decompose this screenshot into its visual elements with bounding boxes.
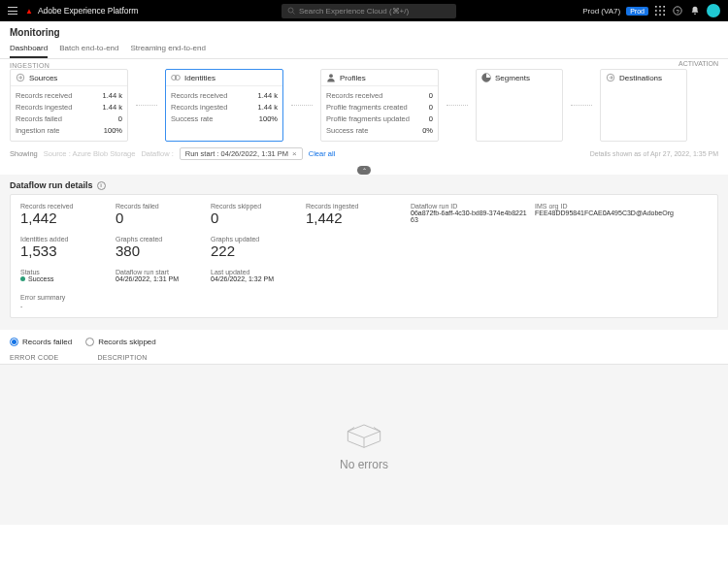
col-error-code: ERROR CODE bbox=[10, 354, 58, 361]
svg-rect-4 bbox=[663, 6, 665, 8]
page-title: Monitoring bbox=[10, 27, 718, 38]
env-label[interactable]: Prod (VA7) bbox=[582, 7, 620, 16]
svg-rect-10 bbox=[663, 14, 665, 16]
metric-value: 222 bbox=[211, 242, 298, 259]
filter-bar: Showing Source : Azure Blob Storage Data… bbox=[0, 142, 728, 166]
topbar: ▲ Adobe Experience Platform Search Exper… bbox=[0, 0, 728, 21]
help-icon[interactable]: ? bbox=[672, 5, 683, 16]
metric-label: Graphs updated bbox=[211, 236, 298, 242]
clear-all-link[interactable]: Clear all bbox=[309, 149, 336, 158]
stage-cards: Sources Records received1.44 k Records i… bbox=[0, 69, 728, 142]
empty-state: No errors bbox=[0, 365, 728, 525]
metric-value: 1,442 bbox=[306, 210, 403, 226]
metric-value: 1,533 bbox=[20, 242, 108, 259]
card-title: Identities bbox=[184, 74, 215, 82]
profile-icon bbox=[326, 73, 336, 82]
svg-rect-9 bbox=[659, 14, 661, 16]
details-panel: Records received1,442 Records failed0 Re… bbox=[10, 194, 718, 318]
info-icon[interactable]: i bbox=[97, 181, 106, 190]
metric-value: 04/26/2022, 1:31 PM bbox=[116, 275, 203, 282]
error-summary-value: - bbox=[20, 303, 708, 309]
search-icon bbox=[287, 7, 295, 15]
card-title: Profiles bbox=[340, 74, 366, 82]
connector bbox=[571, 69, 592, 142]
empty-box-icon bbox=[345, 419, 383, 450]
radio-dot-icon bbox=[10, 338, 18, 346]
metric-value: 1,442 bbox=[20, 210, 108, 226]
main-tabs: Dashboard Batch end-to-end Streaming end… bbox=[0, 40, 728, 59]
svg-point-13 bbox=[694, 14, 696, 16]
svg-rect-8 bbox=[655, 14, 657, 16]
crumb-source: Source : Azure Blob Storage bbox=[44, 149, 136, 158]
metric-value: 0 bbox=[211, 210, 298, 226]
metric-value: 06a872fb-6aff-4c30-bd89-374e4b822163 bbox=[411, 210, 527, 223]
card-title: Segments bbox=[495, 74, 530, 82]
tab-streaming[interactable]: Streaming end-to-end bbox=[131, 40, 206, 58]
apps-icon[interactable] bbox=[654, 5, 666, 16]
connector bbox=[291, 69, 313, 142]
connector bbox=[136, 69, 157, 142]
svg-rect-7 bbox=[663, 10, 665, 12]
page-header: Monitoring bbox=[0, 21, 728, 38]
metric-value: 0 bbox=[116, 210, 203, 226]
menu-toggle[interactable] bbox=[8, 7, 17, 15]
svg-point-0 bbox=[288, 8, 293, 13]
crumb-dataflow: Dataflow : bbox=[141, 149, 173, 158]
card-title: Destinations bbox=[619, 74, 662, 82]
identity-icon bbox=[171, 73, 181, 82]
card-identities[interactable]: Identities Records received1.44 k Record… bbox=[165, 69, 283, 142]
errors-table-head: ERROR CODE DESCRIPTION bbox=[0, 354, 728, 365]
bell-icon[interactable] bbox=[689, 5, 701, 16]
svg-rect-5 bbox=[655, 10, 657, 12]
env-badge: Prod bbox=[626, 7, 648, 16]
brand-title: Adobe Experience Platform bbox=[38, 6, 138, 16]
details-section: Dataflow run details i Records received1… bbox=[0, 175, 728, 330]
adobe-logo-icon: ▲ bbox=[25, 7, 33, 16]
arrow-in-icon bbox=[16, 73, 25, 82]
svg-rect-6 bbox=[659, 10, 661, 12]
scroll-up-indicator[interactable]: ⌃ bbox=[357, 166, 371, 175]
status-value: Success bbox=[20, 275, 108, 282]
connector bbox=[447, 69, 468, 142]
filter-chip-run-start[interactable]: Run start : 04/26/2022, 1:31 PM × bbox=[180, 147, 303, 160]
svg-text:?: ? bbox=[676, 9, 679, 15]
tab-dashboard[interactable]: Dashboard bbox=[10, 40, 48, 58]
section-activation: ACTIVATION bbox=[0, 60, 728, 67]
error-summary-label: Error summary bbox=[20, 294, 65, 301]
metric-value: 04/26/2022, 1:32 PM bbox=[211, 275, 298, 282]
search-input[interactable]: Search Experience Cloud (⌘+/) bbox=[281, 4, 456, 18]
card-destinations[interactable]: Destinations bbox=[600, 69, 687, 142]
metric-label: Identities added bbox=[20, 236, 108, 242]
radio-records-skipped[interactable]: Records skipped bbox=[85, 338, 156, 346]
details-timestamp: Details shown as of Apr 27, 2022, 1:35 P… bbox=[590, 150, 718, 157]
avatar[interactable] bbox=[707, 4, 720, 17]
radio-records-failed[interactable]: Records failed bbox=[10, 338, 72, 346]
metric-label: Dataflow run start bbox=[116, 269, 203, 275]
card-segments[interactable]: Segments bbox=[476, 69, 563, 142]
metric-label: Records skipped bbox=[211, 203, 298, 210]
details-heading: Dataflow run details bbox=[10, 180, 93, 190]
card-title: Sources bbox=[29, 74, 57, 82]
chip-remove-icon[interactable]: × bbox=[292, 149, 297, 158]
tab-batch[interactable]: Batch end-to-end bbox=[59, 40, 118, 58]
metric-label: Records ingested bbox=[306, 203, 403, 210]
metric-value: 380 bbox=[116, 242, 203, 259]
search-placeholder: Search Experience Cloud (⌘+/) bbox=[299, 7, 409, 16]
metric-label: IMS org ID bbox=[535, 203, 708, 210]
radio-dot-icon bbox=[85, 338, 94, 346]
metric-label: Status bbox=[20, 269, 108, 275]
arrow-out-icon bbox=[606, 73, 615, 82]
card-profiles[interactable]: Profiles Records received0 Profile fragm… bbox=[320, 69, 439, 142]
metric-label: Graphs created bbox=[116, 236, 203, 242]
svg-rect-3 bbox=[659, 6, 661, 8]
col-description: DESCRIPTION bbox=[97, 354, 147, 361]
segments-icon bbox=[481, 73, 491, 82]
metric-value: FEE48DD95841FCAE0A495C3D@AdobeOrg bbox=[535, 210, 708, 216]
showing-label: Showing bbox=[10, 149, 38, 158]
empty-message: No errors bbox=[340, 458, 388, 471]
svg-rect-2 bbox=[655, 6, 657, 8]
metric-label: Dataflow run ID bbox=[411, 203, 527, 210]
svg-line-1 bbox=[293, 13, 295, 15]
card-sources[interactable]: Sources Records received1.44 k Records i… bbox=[10, 69, 128, 142]
metric-label: Records failed bbox=[116, 203, 203, 210]
